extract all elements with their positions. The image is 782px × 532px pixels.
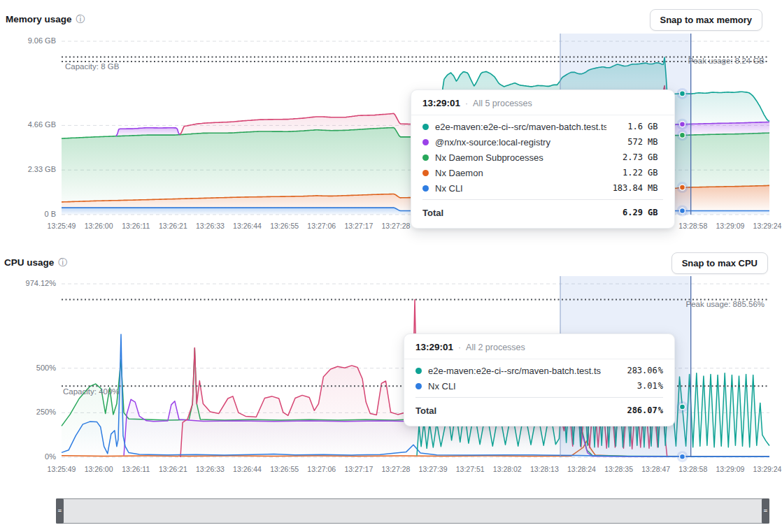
x-axis-tick-label: 13:29:09 [716, 465, 744, 473]
x-axis-tick-label: 13:26:55 [270, 222, 299, 230]
series-dot-icon [415, 383, 422, 389]
snap-to-max-cpu-button[interactable]: Snap to max CPU [671, 252, 768, 274]
series-dot-icon [422, 154, 429, 161]
snap-to-max-memory-button[interactable]: Snap to max memory [650, 9, 763, 31]
tooltip-time: 13:29:01 [422, 98, 460, 108]
memory-info-icon[interactable]: ⓘ [76, 15, 85, 24]
process-label: Nx CLI [428, 381, 621, 391]
process-value: 283.06 [621, 366, 657, 375]
cpu-capacity-label: Capacity: 400% [63, 387, 120, 396]
x-axis-tick-label: 13:26:00 [85, 222, 113, 230]
process-value: 3.01 [621, 381, 657, 391]
hover-point-dot [680, 454, 685, 459]
process-label: Nx Daemon Subprocesses [435, 152, 606, 163]
process-unit: % [658, 366, 663, 375]
time-range-selector[interactable]: = = [56, 498, 769, 524]
hover-point-dot [680, 185, 685, 190]
x-axis-tick-label: 13:27:17 [344, 222, 373, 230]
memory-section-header: Memory usage ⓘ [6, 14, 85, 24]
x-axis-tick-label: 13:29:24 [753, 465, 782, 473]
range-handle-left[interactable]: = [56, 498, 64, 524]
x-axis-tick-label: 13:28:47 [641, 465, 670, 473]
x-axis-tick-label: 13:26:33 [196, 465, 225, 473]
tooltip-total-unit: % [658, 405, 663, 415]
tooltip-total-row: Total 6.29 GB [422, 199, 663, 220]
process-label: Nx Daemon [435, 168, 606, 178]
x-axis-tick-label: 13:25:49 [48, 222, 76, 230]
y-axis-tick-label: 500% [0, 364, 56, 372]
process-label: Nx CLI [435, 183, 606, 194]
tooltip-total-label: Total [422, 208, 606, 218]
cpu-y-axis: 974.12%500%250%0% [0, 271, 56, 467]
process-unit: GB [648, 152, 663, 162]
series-dot-icon [422, 139, 429, 145]
memory-tooltip: 13:29:01 · All 5 processes e2e-maven:e2e… [411, 89, 675, 229]
cpu-info-icon[interactable]: ⓘ [58, 258, 67, 267]
x-axis-tick-label: 13:27:17 [344, 465, 373, 473]
x-axis-tick-label: 13:27:28 [382, 465, 411, 473]
y-axis-tick-label: 250% [0, 408, 56, 416]
hover-point-dot [680, 91, 685, 96]
tooltip-row: Nx CLI3.01% [415, 378, 663, 394]
tooltip-total-unit: GB [648, 208, 663, 217]
cpu-tooltip: 13:29:01 · All 2 processes e2e-maven:e2e… [404, 333, 675, 426]
tooltip-total-row: Total 286.07 % [415, 397, 663, 417]
tooltip-separator: · [458, 343, 461, 352]
process-value: 1.22 [606, 168, 643, 178]
tooltip-row: e2e-maven:e2e-ci--src/maven-batch.test.t… [415, 363, 663, 378]
tooltip-row: e2e-maven:e2e-ci--src/maven-batch.test.t… [422, 119, 663, 134]
process-label: e2e-maven:e2e-ci--src/maven-batch.test.t… [428, 366, 621, 376]
x-axis-tick-label: 13:28:58 [678, 465, 707, 473]
x-axis-tick-label: 13:28:02 [493, 465, 522, 473]
memory-usage-section: Memory usage ⓘ Snap to max memory 9.06 G… [0, 0, 782, 243]
process-profiler-dashboard: Memory usage ⓘ Snap to max memory 9.06 G… [0, 0, 782, 532]
tooltip-total-value: 286.07 [621, 405, 657, 415]
cpu-usage-section: CPU usage ⓘ Snap to max CPU 974.12%500%2… [0, 243, 782, 492]
tooltip-row: Nx Daemon Subprocesses2.73GB [422, 150, 663, 165]
x-axis-tick-label: 13:28:13 [530, 465, 559, 473]
x-axis-tick-label: 13:26:00 [85, 465, 113, 473]
series-dot-icon [415, 368, 422, 374]
x-axis-tick-label: 13:29:09 [716, 222, 744, 230]
y-axis-tick-label: 0% [0, 452, 56, 461]
x-axis-tick-label: 13:26:55 [270, 465, 299, 473]
hover-point-dot [680, 122, 685, 127]
x-axis-tick-label: 13:27:28 [382, 222, 411, 230]
process-unit: MB [648, 183, 663, 193]
range-handle-right[interactable]: = [762, 498, 769, 524]
x-axis-tick-label: 13:26:44 [233, 465, 262, 473]
process-unit: MB [648, 137, 663, 147]
x-axis-tick-label: 13:28:35 [604, 465, 633, 473]
x-axis-tick-label: 13:27:06 [307, 465, 336, 473]
x-axis-tick-label: 13:29:24 [753, 222, 782, 230]
cpu-chart-title: CPU usage [4, 257, 54, 268]
x-axis-tick-label: 13:27:06 [307, 222, 336, 230]
tooltip-row: Nx Daemon1.22GB [422, 165, 663, 180]
hover-point-dot [680, 404, 685, 410]
y-axis-tick-label: 2.33 GB [0, 165, 56, 173]
process-unit: GB [648, 168, 663, 178]
hover-point-dot [680, 132, 685, 138]
x-axis-tick-label: 13:28:58 [678, 222, 707, 230]
y-axis-tick-label: 0 B [0, 210, 56, 218]
cpu-section-header: CPU usage ⓘ [4, 257, 67, 268]
memory-y-axis: 9.06 GB4.66 GB2.33 GB0 B [0, 28, 56, 224]
memory-chart-title: Memory usage [6, 14, 72, 24]
process-value: 1.6 [606, 122, 643, 131]
y-axis-tick-label: 9.06 GB [0, 36, 56, 45]
series-dot-icon [422, 185, 429, 192]
cpu-peak-label: Peak usage: 885.56% [685, 300, 765, 308]
tooltip-subtitle: All 2 processes [466, 343, 525, 352]
y-axis-tick-label: 4.66 GB [0, 120, 56, 129]
tooltip-time: 13:29:01 [415, 342, 453, 352]
x-axis-tick-label: 13:26:21 [159, 465, 187, 473]
memory-peak-label: Peak usage: 8.24 GB [688, 57, 765, 65]
x-axis-tick-label: 13:26:11 [122, 465, 150, 473]
memory-capacity-label: Capacity: 8 GB [65, 62, 119, 71]
tooltip-row: Nx CLI183.84MB [422, 180, 663, 196]
tooltip-row: @nx/nx-source:local-registry572MB [422, 134, 663, 150]
process-label: e2e-maven:e2e-ci--src/maven-batch.test.t… [435, 122, 606, 132]
x-axis-tick-label: 13:28:24 [567, 465, 596, 473]
tooltip-total-value: 6.29 [606, 208, 643, 217]
process-value: 572 [606, 137, 643, 147]
